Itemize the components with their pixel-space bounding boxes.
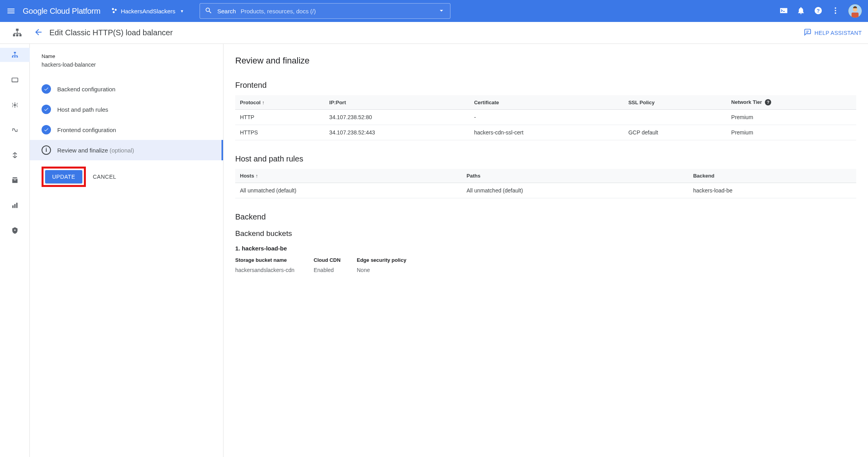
product-icon[interactable]: [6, 28, 28, 38]
table-row: HTTPS 34.107.238.52:443 hackers-cdn-ssl-…: [235, 125, 856, 140]
highlight-box: UPDATE: [42, 167, 86, 187]
bucket-header-cdn: Cloud CDN: [314, 257, 357, 263]
project-name: HackersAndSlackers: [121, 8, 175, 15]
svg-point-7: [835, 12, 836, 14]
table-row: HTTP 34.107.238.52:80 - Premium: [235, 110, 856, 125]
svg-rect-11: [16, 29, 19, 31]
svg-point-5: [835, 7, 836, 9]
project-icon: [111, 7, 118, 15]
gcp-logo[interactable]: Google Cloud Platform: [23, 7, 100, 16]
step-label: Frontend configuration: [57, 127, 116, 133]
backend-heading: Backend: [235, 212, 856, 221]
svg-rect-17: [14, 52, 16, 53]
frontend-table: Protocol IP:Port Certificate SSL Policy …: [235, 95, 856, 140]
step-backend-configuration[interactable]: Backend configuration: [30, 79, 223, 99]
rail-item-monitoring[interactable]: [6, 198, 24, 212]
svg-rect-13: [16, 34, 18, 36]
backend-buckets-heading: Backend buckets: [235, 229, 856, 238]
left-panel: Name hackers-load-balancer Backend confi…: [30, 44, 223, 457]
svg-rect-27: [14, 204, 15, 208]
hostpath-table: Hosts Paths Backend All unmatched (defau…: [235, 169, 856, 198]
bucket-header-storage: Storage bucket name: [235, 257, 314, 263]
svg-point-23: [14, 104, 15, 105]
rail-item-security[interactable]: [6, 223, 24, 238]
name-label: Name: [42, 53, 223, 59]
svg-point-29: [14, 230, 15, 231]
step-review-finalize[interactable]: i Review and finalize (optional): [30, 140, 223, 160]
check-icon: [42, 125, 51, 134]
back-arrow-icon[interactable]: [34, 27, 43, 38]
svg-rect-21: [12, 78, 18, 82]
page-title: Edit Classic HTTP(S) load balancer: [49, 28, 804, 37]
svg-rect-26: [12, 205, 13, 208]
info-icon: i: [42, 145, 51, 155]
step-label: Review and finalize (optional): [57, 147, 134, 154]
bucket-value-cdn: Enabled: [314, 267, 357, 273]
cloud-shell-icon[interactable]: [779, 6, 788, 16]
svg-rect-10: [852, 13, 859, 18]
table-row: All unmatched (default) All unmatched (d…: [235, 183, 856, 198]
help-icon[interactable]: ?: [814, 6, 823, 16]
help-icon[interactable]: ?: [765, 99, 771, 105]
avatar[interactable]: [848, 4, 862, 18]
rail-item-storage[interactable]: [6, 173, 24, 187]
svg-rect-18: [12, 56, 13, 57]
svg-rect-14: [19, 34, 21, 36]
step-label: Backend configuration: [57, 86, 115, 92]
svg-point-6: [835, 10, 836, 11]
rail-item-scale[interactable]: [6, 98, 24, 112]
rail-item-load-balancing[interactable]: [0, 48, 30, 62]
menu-icon[interactable]: [6, 6, 16, 16]
col-hosts[interactable]: Hosts: [235, 169, 462, 183]
col-network-tier[interactable]: Network Tier ?: [726, 95, 856, 110]
col-ssl-policy[interactable]: SSL Policy: [624, 95, 726, 110]
check-icon: [42, 84, 51, 94]
search-label: Search: [217, 8, 236, 15]
rail-item-nat[interactable]: [6, 123, 24, 137]
svg-rect-12: [13, 34, 15, 36]
svg-rect-20: [16, 56, 18, 57]
bucket-title: 1. hackers-load-be: [235, 245, 856, 252]
svg-point-1: [115, 9, 117, 11]
search-box[interactable]: Search: [200, 3, 450, 19]
rail-item-instances[interactable]: [6, 73, 24, 87]
check-icon: [42, 105, 51, 114]
bucket-grid: Storage bucket name Cloud CDN Edge secur…: [235, 257, 856, 273]
project-picker[interactable]: HackersAndSlackers ▼: [111, 7, 184, 15]
rail-item-hybrid[interactable]: [6, 148, 24, 162]
notifications-icon[interactable]: [797, 6, 805, 16]
step-host-path-rules[interactable]: Host and path rules: [30, 99, 223, 120]
bucket-header-edge: Edge security policy: [357, 257, 856, 263]
svg-point-0: [112, 8, 114, 10]
step-frontend-configuration[interactable]: Frontend configuration: [30, 120, 223, 140]
col-backend[interactable]: Backend: [688, 169, 856, 183]
step-label: Host and path rules: [57, 106, 108, 113]
svg-point-2: [113, 11, 115, 13]
svg-rect-25: [14, 180, 16, 180]
step-list: Backend configuration Host and path rule…: [30, 79, 223, 160]
bucket-value-edge: None: [357, 267, 856, 273]
main: Name hackers-load-balancer Backend confi…: [0, 44, 868, 457]
col-ipport[interactable]: IP:Port: [325, 95, 469, 110]
sub-bar: Edit Classic HTTP(S) load balancer HELP …: [0, 22, 868, 44]
col-certificate[interactable]: Certificate: [469, 95, 624, 110]
right-panel: Review and finalize Frontend Protocol IP…: [223, 44, 868, 457]
search-input[interactable]: [241, 8, 434, 15]
help-assistant-button[interactable]: HELP ASSISTANT: [804, 28, 862, 37]
chevron-down-icon: ▼: [180, 9, 184, 13]
cancel-button[interactable]: CANCEL: [93, 174, 116, 180]
frontend-heading: Frontend: [235, 81, 856, 90]
search-chevron-down-icon[interactable]: [438, 7, 445, 16]
col-paths[interactable]: Paths: [462, 169, 688, 183]
review-title: Review and finalize: [235, 56, 856, 66]
svg-text:?: ?: [817, 7, 820, 13]
top-actions: ?: [772, 4, 862, 18]
nav-rail: [0, 44, 30, 457]
chat-icon: [804, 28, 812, 37]
more-icon[interactable]: [831, 6, 840, 16]
action-row: UPDATE CANCEL: [42, 167, 223, 187]
svg-rect-28: [16, 203, 17, 208]
name-value: hackers-load-balancer: [42, 62, 223, 68]
update-button[interactable]: UPDATE: [45, 170, 82, 183]
col-protocol[interactable]: Protocol: [235, 95, 325, 110]
